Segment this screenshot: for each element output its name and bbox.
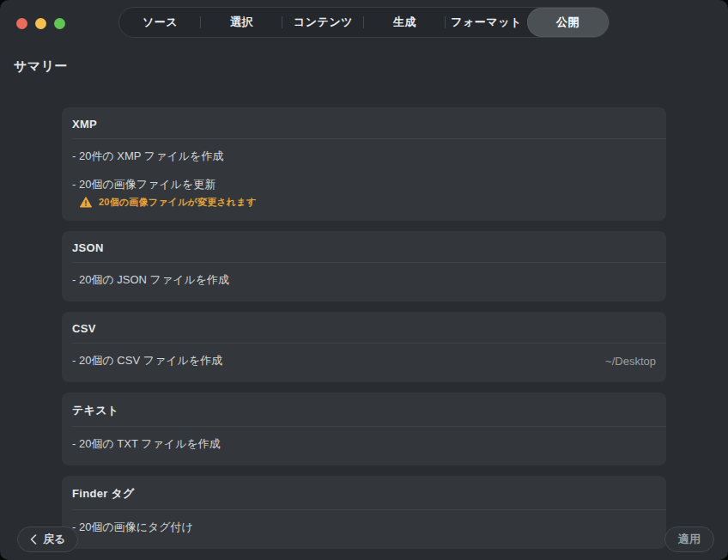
card-body: - 20個の JSON ファイルを作成	[62, 263, 666, 301]
card-body: - 20件の XMP ファイルを作成 - 20個の画像ファイルを更新 20個の画…	[62, 139, 666, 221]
tab-format[interactable]: フォーマット	[446, 8, 527, 37]
summary-row-text: - 20個の JSON ファイルを作成	[72, 272, 229, 288]
tab-label: 選択	[230, 15, 253, 30]
tab-label: フォーマット	[451, 15, 522, 30]
card-title: Finder タグ	[62, 476, 666, 509]
card-title: JSON	[62, 231, 666, 262]
summary-row: - 20個の JSON ファイルを作成	[62, 265, 666, 294]
warning-icon	[80, 197, 92, 208]
footer-bar: 戻る 適用	[0, 515, 728, 560]
summary-row-text: - 20個の TXT ファイルを作成	[72, 436, 221, 452]
chevron-left-icon	[30, 534, 37, 545]
summary-cards: XMP - 20件の XMP ファイルを作成 - 20個の画像ファイルを更新 2…	[0, 75, 728, 549]
warning-message: 20個の画像ファイルが変更されます	[62, 195, 666, 213]
summary-card-xmp: XMP - 20件の XMP ファイルを作成 - 20個の画像ファイルを更新 2…	[62, 107, 666, 221]
summary-row: - 20件の XMP ファイルを作成	[62, 142, 666, 170]
zoom-window-button[interactable]	[54, 18, 65, 29]
destination-path: ~/Desktop	[605, 355, 656, 368]
card-title: XMP	[62, 107, 666, 138]
step-tab-bar: ソース 選択 コンテンツ 生成 フォーマット 公開	[118, 7, 610, 38]
minimize-window-button[interactable]	[35, 18, 46, 29]
tab-source[interactable]: ソース	[119, 8, 201, 37]
summary-card-json: JSON - 20個の JSON ファイルを作成	[62, 231, 666, 301]
card-body: - 20個の CSV ファイルを作成 ~/Desktop	[62, 344, 666, 382]
traffic-lights	[16, 18, 65, 29]
tab-label: 生成	[393, 15, 416, 30]
warning-text: 20個の画像ファイルが変更されます	[99, 196, 256, 209]
title-bar: ソース 選択 コンテンツ 生成 フォーマット 公開	[0, 0, 728, 45]
summary-row-text: - 20個の画像ファイルを更新	[72, 177, 215, 192]
apply-button[interactable]: 適用	[664, 527, 714, 552]
tab-generate[interactable]: 生成	[364, 8, 446, 37]
card-title: テキスト	[62, 393, 666, 426]
back-button-label: 戻る	[43, 532, 65, 547]
back-button[interactable]: 戻る	[17, 527, 78, 552]
summary-row: - 20個の TXT ファイルを作成	[62, 429, 666, 458]
close-window-button[interactable]	[16, 18, 27, 29]
tab-selection[interactable]: 選択	[201, 8, 282, 37]
tab-label: コンテンツ	[294, 15, 353, 30]
apply-button-label: 適用	[678, 532, 701, 547]
summary-row: - 20個の画像ファイルを更新	[62, 170, 666, 195]
tab-label: 公開	[556, 15, 579, 30]
tab-content[interactable]: コンテンツ	[282, 8, 364, 37]
tab-label: ソース	[143, 15, 178, 30]
card-body: - 20個の TXT ファイルを作成	[62, 427, 666, 466]
card-title: CSV	[62, 312, 666, 343]
summary-card-text: テキスト - 20個の TXT ファイルを作成	[62, 393, 666, 466]
summary-row: - 20個の CSV ファイルを作成 ~/Desktop	[62, 346, 666, 374]
summary-row-text: - 20個の CSV ファイルを作成	[72, 353, 222, 368]
summary-card-csv: CSV - 20個の CSV ファイルを作成 ~/Desktop	[62, 312, 666, 382]
page-title: サマリー	[0, 45, 728, 75]
app-window: ソース 選択 コンテンツ 生成 フォーマット 公開 サマリー	[0, 0, 728, 560]
tab-publish[interactable]: 公開	[527, 8, 609, 37]
summary-row-text: - 20件の XMP ファイルを作成	[72, 149, 223, 164]
